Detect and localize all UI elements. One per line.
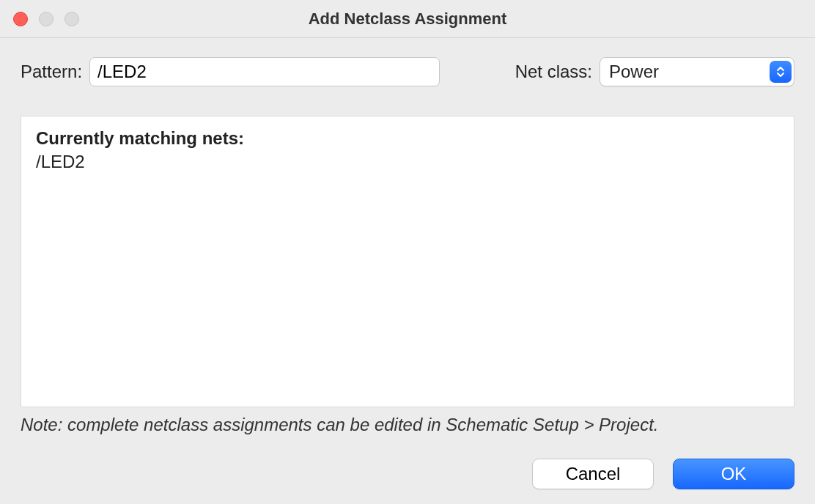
input-row: Pattern: Net class: Power [21, 57, 794, 86]
window-title: Add Netclass Assignment [0, 10, 815, 29]
netclass-selected-value: Power [609, 62, 659, 82]
dropdown-arrows-icon [770, 61, 792, 83]
footnote: Note: complete netclass assignments can … [21, 415, 794, 435]
pattern-input[interactable] [89, 57, 440, 86]
window-controls [0, 12, 79, 26]
minimize-window-button[interactable] [39, 12, 54, 26]
cancel-button[interactable]: Cancel [532, 459, 654, 489]
titlebar: Add Netclass Assignment [0, 0, 815, 38]
matching-nets-heading: Currently matching nets: [36, 128, 779, 149]
pattern-label: Pattern: [21, 62, 82, 82]
dialog-buttons: Cancel OK [21, 459, 794, 489]
dialog-content: Pattern: Net class: Power Currently matc… [0, 38, 815, 504]
close-window-button[interactable] [13, 12, 28, 26]
netclass-label: Net class: [515, 62, 592, 82]
netclass-select[interactable]: Power [600, 57, 794, 86]
matching-net-item: /LED2 [36, 152, 779, 172]
matching-nets-panel: Currently matching nets: /LED2 [21, 116, 794, 407]
ok-button[interactable]: OK [673, 459, 794, 489]
maximize-window-button[interactable] [64, 12, 79, 26]
